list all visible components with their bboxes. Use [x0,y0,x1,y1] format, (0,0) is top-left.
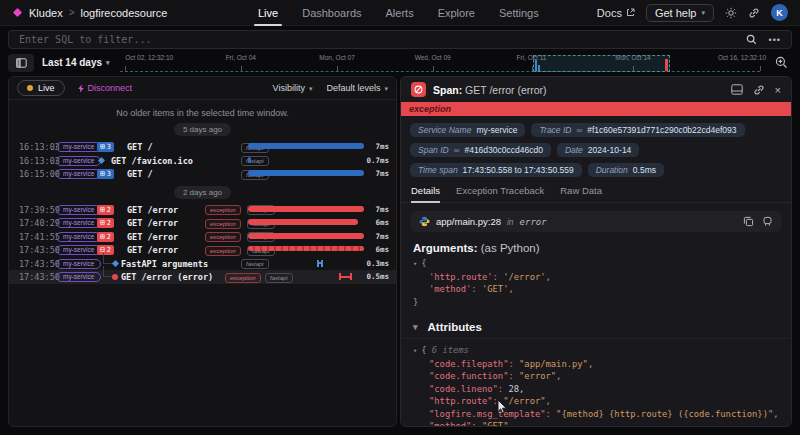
exception-tag: exception [205,246,241,256]
github-icon[interactable] [762,216,773,227]
tab-live[interactable]: Live [258,0,278,26]
code-file-reference[interactable]: app/main.py:28 [436,216,501,227]
trace-row-child-selected[interactable]: 17:43:50 my-service GET /error (error) e… [9,270,396,284]
tab-raw-data[interactable]: Raw Data [560,185,602,202]
service-tag[interactable]: my-service [56,156,101,166]
span-id-badge[interactable]: Span ID ∞ #416d30c0ccd46cd0 [410,143,551,157]
error-spike [665,59,668,71]
copy-icon[interactable] [743,216,754,227]
span-count-badge[interactable]: ⊞3 [97,169,114,179]
span-title: GET /error [127,245,178,255]
span-count-badge[interactable]: ⊞2 [97,205,114,215]
disconnect-button[interactable]: Disconnect [77,83,133,93]
trace-row[interactable]: 17:39:59 my-service ⊞2 GET /error except… [9,203,396,217]
trace-row[interactable]: 16:13:03 my-service GET /favicon.ico fas… [9,154,396,168]
tab-exception-traceback[interactable]: Exception Traceback [456,185,544,202]
trace-row[interactable]: 17:40:29 my-service ⊞2 GET /error except… [9,216,396,230]
copy-link-icon[interactable] [753,84,765,96]
link-icon: ∞ [576,126,582,135]
logfire-logo-icon[interactable] [12,7,23,18]
tab-settings[interactable]: Settings [499,0,539,26]
dock-panel-icon[interactable] [731,84,743,95]
get-help-button[interactable]: Get help ▾ [646,4,714,22]
breadcrumb-separator: > [69,7,75,18]
fold-caret-icon[interactable]: ▾ [413,347,417,355]
section-caret-icon[interactable]: ▾ [413,322,418,332]
fold-caret-icon[interactable]: ▾ [413,260,417,268]
code-function-name: error [520,217,547,227]
sql-filter-input[interactable]: Enter SQL to filter... [19,34,151,45]
tab-dashboards[interactable]: Dashboards [302,0,361,26]
share-link-icon[interactable] [748,7,760,19]
time-range-select[interactable]: Last 14 days ▾ [42,57,114,68]
trace-id-badge[interactable]: Trace ID ∞ #f1c60e57391d771c290c0b22cd4e… [531,123,744,137]
row-duration: 0.5ms [366,272,389,281]
search-icon[interactable] [746,34,757,45]
service-tag[interactable]: my-service [56,245,101,255]
trace-row-child[interactable]: 17:43:50 my-service FastAPI arguments fa… [9,257,396,271]
sidebar-toggle-button[interactable] [8,54,34,72]
service-tag[interactable]: my-service [56,232,101,242]
service-tag[interactable]: my-service [56,169,101,179]
time-span-badge: Time span 17:43:50.558 to 17:43:50.559 [410,163,582,177]
date-badge: Date 2024-10-14 [557,143,639,157]
timeline-selection[interactable] [533,55,671,72]
timeline-tick-label: Mon, Oct 07 [319,54,354,61]
attributes-heading[interactable]: ▾ Attributes [401,312,791,339]
service-tag[interactable]: my-service [56,272,101,282]
timeline-tick-label: Fri, Oct 04 [226,54,256,61]
sql-filter-bar[interactable]: Enter SQL to filter... ••• [8,30,792,49]
expand-icon: ⊞ [100,219,105,227]
zoom-in-icon[interactable] [770,56,792,69]
exception-tag: exception [205,205,241,215]
duration-bar [248,143,364,149]
exception-tag: exception [205,232,241,242]
docs-link[interactable]: Docs [597,7,635,19]
breadcrumb-project[interactable]: logfirecodesource [80,7,167,19]
exception-tag: exception [205,219,241,229]
service-tag[interactable]: my-service [56,205,101,215]
code-location-bar: app/main.py:28 in error [411,211,781,232]
row-duration: 6ms [375,218,389,227]
timeline-track[interactable]: Oct 02, 12:32:10 Fri, Oct 04 Mon, Oct 07… [120,53,766,72]
span-count-badge[interactable]: ⊞2 [97,218,114,228]
row-duration: 6ms [375,245,389,254]
service-tag[interactable]: my-service [56,218,101,228]
theme-toggle-icon[interactable] [725,7,737,19]
row-timestamp: 16:15:00 [19,169,60,179]
span-count-badge[interactable]: ⊞3 [97,142,114,152]
span-title: GET /error (error) [121,272,213,282]
attributes-code-block: ▾{ 6 items "code.filepath": "app/main.py… [401,342,791,427]
row-timestamp: 17:41:55 [19,232,60,242]
trace-row-expanded[interactable]: 17:43:50 my-service ⊟2 GET /error except… [9,243,396,257]
user-avatar[interactable]: K [771,4,788,21]
span-count-badge[interactable]: ⊞2 [97,232,114,242]
close-icon[interactable]: × [775,84,781,96]
live-status-dot [27,85,33,91]
span-title: GET /error [127,205,178,215]
main-tabs: Live Dashboards Alerts Explore Settings [258,0,539,26]
row-duration: 7ms [375,169,389,178]
live-trace-panel: Live Disconnect Visibility ▾ Default lev… [8,76,397,427]
visibility-dropdown[interactable]: Visibility ▾ [273,83,313,93]
span-title: GET /error [127,232,178,242]
time-ago-chip: 2 days ago [174,186,231,199]
duration-bar [248,170,364,176]
span-metadata-badges: Service Name my-service Trace ID ∞ #f1c6… [401,116,791,182]
trace-row[interactable]: 16:15:00 my-service ⊞3 GET / fastapi 7ms [9,167,396,181]
tab-details[interactable]: Details [411,185,440,203]
breadcrumb-org[interactable]: Kludex [29,7,63,19]
timeline-tick-label: Oct 02, 12:32:10 [125,54,173,61]
duration-badge: Duration 0.5ms [588,163,664,177]
default-levels-dropdown[interactable]: Default levels ▾ [326,83,388,93]
duration-bar [248,233,364,239]
trace-row[interactable]: 17:41:55 my-service ⊞2 GET /error except… [9,230,396,244]
live-toggle-button[interactable]: Live [17,80,65,96]
more-options-icon[interactable]: ••• [769,35,781,45]
service-tag[interactable]: my-service [56,142,101,152]
service-tag[interactable]: my-service [56,259,101,269]
tab-explore[interactable]: Explore [438,0,475,26]
exception-banner: exception [401,102,791,116]
trace-row[interactable]: 16:13:03 my-service ⊞3 GET / fastapi 7ms [9,140,396,154]
tab-alerts[interactable]: Alerts [386,0,414,26]
